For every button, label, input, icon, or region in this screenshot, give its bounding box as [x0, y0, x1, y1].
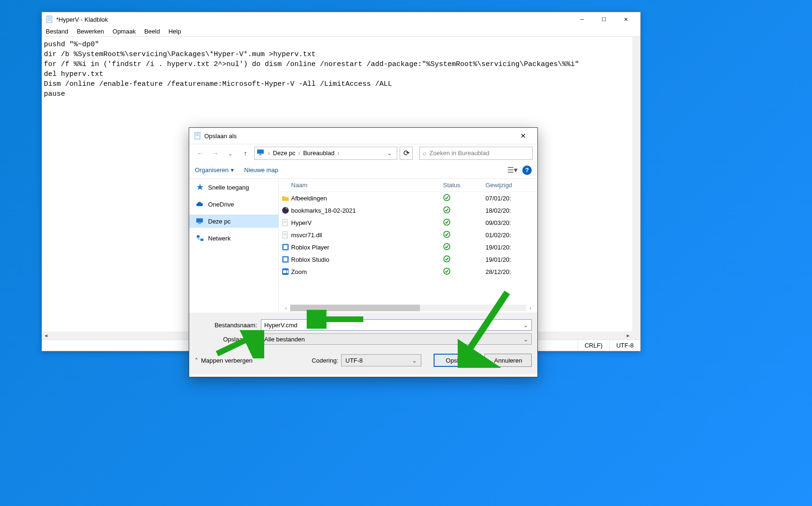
- view-options-button[interactable]: ☰▾: [507, 166, 518, 174]
- scroll-left-icon[interactable]: ‹: [282, 305, 290, 311]
- chevron-right-icon: ›: [267, 149, 271, 157]
- sidebar-item-onedrive[interactable]: OneDrive: [189, 198, 278, 211]
- network-icon: [196, 234, 204, 242]
- help-button[interactable]: ?: [522, 166, 532, 175]
- menu-format[interactable]: Opmaak: [113, 28, 136, 35]
- file-row[interactable]: HyperV09/03/20:: [279, 216, 537, 229]
- file-name: HyperV: [289, 219, 443, 226]
- file-row[interactable]: Afbeeldingen07/01/20:: [279, 192, 537, 204]
- saveas-toolbar: Organiseren▾ Nieuwe map ☰▾ ?: [189, 162, 537, 179]
- sidebar-item-this-pc[interactable]: Deze pc: [189, 215, 278, 228]
- saveas-titlebar[interactable]: Opslaan als ✕: [189, 128, 537, 144]
- quick-access-icon: [196, 183, 204, 191]
- breadcrumb-root[interactable]: Deze pc: [273, 149, 295, 157]
- new-folder-button[interactable]: Nieuwe map: [244, 166, 278, 174]
- svg-rect-12: [197, 235, 200, 238]
- notepad-icon: [46, 16, 53, 23]
- filetype-value: Alle bestanden: [264, 336, 305, 343]
- address-dropdown-icon[interactable]: ⌄: [384, 149, 395, 157]
- chevron-down-icon[interactable]: ⌄: [523, 322, 528, 329]
- file-list-hscroll[interactable]: ‹ ›: [279, 303, 537, 313]
- filetype-label: Opslaan als:: [195, 336, 257, 343]
- search-placeholder: Zoeken in Bureaublad: [429, 149, 489, 157]
- sidebar-item-network[interactable]: Netwerk: [189, 232, 278, 245]
- maximize-button[interactable]: ☐: [593, 12, 615, 26]
- chevron-down-icon[interactable]: ⌄: [412, 357, 417, 364]
- file-date: 19/01/20:: [486, 256, 537, 263]
- vertical-scrollbar[interactable]: [632, 37, 640, 340]
- file-type-icon: [279, 243, 289, 251]
- file-type-icon: [279, 268, 289, 275]
- cancel-button[interactable]: Annuleren: [485, 354, 532, 367]
- filename-label: Bestandsnaam:: [195, 322, 257, 329]
- close-button[interactable]: ✕: [615, 12, 636, 26]
- address-bar[interactable]: › Deze pc › Bureaublad › ⌄: [254, 147, 397, 160]
- file-row[interactable]: bookmarks_18-02-202118/02/20:: [279, 204, 537, 216]
- save-button[interactable]: Opslaan: [434, 354, 481, 367]
- menu-help[interactable]: Help: [168, 28, 181, 35]
- file-name: Zoom: [289, 268, 443, 275]
- notepad-text[interactable]: pushd "%~dp0" dir /b %SystemRoot%\servic…: [42, 37, 640, 102]
- svg-marker-9: [197, 184, 203, 190]
- file-status-icon: [443, 218, 486, 227]
- svg-rect-4: [195, 133, 200, 139]
- column-headers[interactable]: Naam Status Gewijzigd: [279, 179, 537, 192]
- file-date: 01/02/20:: [486, 232, 537, 239]
- scroll-right-icon[interactable]: ›: [526, 305, 535, 311]
- nav-up-button[interactable]: ↑: [239, 147, 251, 159]
- encoding-label: Codering:: [312, 357, 338, 364]
- file-status-icon: [443, 255, 486, 264]
- menu-edit[interactable]: Bewerken: [77, 28, 104, 35]
- col-date[interactable]: Gewijzigd: [486, 182, 537, 189]
- saveas-close-button[interactable]: ✕: [514, 128, 533, 143]
- file-type-icon: [279, 195, 289, 201]
- minimize-button[interactable]: ─: [571, 12, 593, 26]
- file-status-icon: [443, 267, 486, 276]
- refresh-button[interactable]: ⟳: [400, 147, 413, 160]
- file-row[interactable]: Roblox Studio19/01/20:: [279, 253, 537, 265]
- chevron-down-icon[interactable]: ⌄: [523, 336, 528, 343]
- nav-back-button[interactable]: ←: [194, 147, 206, 159]
- file-row[interactable]: Roblox Player19/01/20:: [279, 241, 537, 253]
- file-status-icon: [443, 194, 486, 203]
- file-status-icon: [443, 243, 486, 252]
- nav-forward-button[interactable]: →: [209, 147, 221, 159]
- nav-recent-button[interactable]: ⌄: [224, 147, 236, 159]
- scroll-right-icon[interactable]: ►: [624, 332, 632, 340]
- file-row[interactable]: Zoom28/12/20:: [279, 265, 537, 278]
- file-row[interactable]: msvcr71.dll01/02/20:: [279, 229, 537, 241]
- svg-rect-32: [283, 270, 286, 273]
- organize-button[interactable]: Organiseren▾: [195, 166, 234, 174]
- breadcrumb-leaf[interactable]: Bureaublad: [303, 149, 335, 157]
- col-name[interactable]: Naam: [279, 182, 443, 189]
- encoding-select[interactable]: UTF-8 ⌄: [341, 354, 421, 366]
- chevron-down-icon: ▾: [231, 166, 234, 174]
- svg-rect-11: [198, 223, 201, 224]
- thispc-icon: [196, 217, 204, 225]
- file-date: 09/03/20:: [486, 219, 537, 226]
- col-status[interactable]: Status: [443, 182, 486, 189]
- svg-rect-26: [284, 245, 287, 249]
- file-type-icon: [279, 207, 289, 214]
- file-type-icon: [279, 219, 289, 226]
- search-input[interactable]: ⌕ Zoeken in Bureaublad: [419, 147, 533, 160]
- saveas-footer: ˄ Mappen verbergen Codering: UTF-8 ⌄ Ops…: [189, 346, 537, 374]
- notepad-titlebar[interactable]: *HyperV - Kladblok ─ ☐ ✕: [42, 12, 640, 26]
- file-name: msvcr71.dll: [289, 232, 443, 239]
- file-status-icon: [443, 206, 486, 215]
- file-date: 07/01/20:: [486, 195, 537, 202]
- sidebar-item-quick-access[interactable]: Snelle toegang: [189, 181, 278, 194]
- menu-view[interactable]: Beeld: [144, 28, 160, 35]
- save-as-dialog: Opslaan als ✕ ← → ⌄ ↑ › Deze pc › Bureau…: [189, 127, 538, 377]
- filetype-select[interactable]: Alle bestanden ⌄: [261, 333, 532, 345]
- file-name: Roblox Player: [289, 244, 443, 251]
- hide-folders-button[interactable]: ˄ Mappen verbergen: [195, 357, 252, 364]
- encoding-value: UTF-8: [345, 357, 363, 364]
- menu-file[interactable]: Bestand: [46, 28, 68, 35]
- notepad-menubar: Bestand Bewerken Opmaak Beeld Help: [42, 26, 640, 37]
- filename-input[interactable]: HyperV.cmd ⌄: [261, 319, 532, 331]
- chevron-right-icon: ›: [336, 149, 340, 157]
- svg-rect-8: [259, 154, 262, 155]
- scroll-left-icon[interactable]: ◄: [42, 332, 50, 340]
- file-date: 28/12/20:: [486, 268, 537, 275]
